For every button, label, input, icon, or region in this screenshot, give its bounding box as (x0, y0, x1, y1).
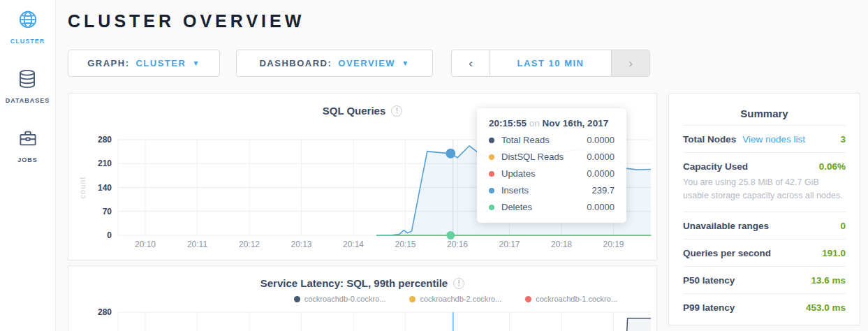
info-icon[interactable]: ! (391, 105, 402, 117)
capacity-subtext: You are using 25.8 MiB of 42.7 GiB usabl… (683, 176, 846, 212)
main-content: CLUSTER OVERVIEW GRAPH: CLUSTER ▼ DASHBO… (56, 0, 868, 331)
summary-row-p99: P99 latency 453.0 ms (683, 294, 846, 321)
summary-panel: Summary Total Nodes View nodes list 3 Ca… (668, 93, 860, 325)
sidebar: CLUSTER DATABASES (0, 0, 56, 331)
svg-text:0: 0 (107, 230, 112, 240)
svg-text:20:10: 20:10 (135, 240, 156, 249)
content-row: SQL Queries ! 07014021028020:1020:1120:1… (68, 93, 868, 331)
series-dot-icon (489, 188, 494, 193)
database-icon (17, 68, 38, 92)
dashboard-dropdown-value: OVERVIEW (338, 58, 395, 68)
tooltip-row: Total Reads 0.0000 (489, 135, 615, 145)
tooltip-timestamp: 20:15:55 on Nov 16th, 2017 (489, 118, 615, 128)
svg-text:210: 210 (98, 159, 112, 168)
controls-bar: GRAPH: CLUSTER ▼ DASHBOARD: OVERVIEW ▼ ‹… (68, 50, 868, 77)
summary-row-unavailable-ranges: Unavailable ranges 0 (683, 212, 846, 239)
briefcase-icon (17, 128, 38, 152)
sidebar-item-label: JOBS (17, 156, 38, 163)
capacity-used-value: 0.06% (819, 161, 846, 172)
time-window-prev-button[interactable]: ‹ (452, 50, 490, 76)
chevron-left-icon: ‹ (469, 57, 473, 71)
dashboard-dropdown[interactable]: DASHBOARD: OVERVIEW ▼ (236, 50, 433, 77)
total-nodes-value: 3 (840, 134, 846, 145)
svg-text:count: count (78, 177, 87, 199)
svg-text:20:12: 20:12 (239, 240, 260, 249)
service-latency-chart[interactable]: 280 (68, 308, 656, 331)
dashboard-dropdown-label: DASHBOARD: (259, 58, 332, 68)
svg-text:280: 280 (98, 308, 112, 317)
summary-row-p50: P50 latency 13.6 ms (683, 267, 846, 293)
graph-dropdown[interactable]: GRAPH: CLUSTER ▼ (68, 50, 220, 77)
summary-row-total-nodes: Total Nodes View nodes list 3 (683, 126, 846, 152)
sidebar-item-cluster[interactable]: CLUSTER (10, 9, 45, 45)
tooltip-row: Updates 0.0000 (489, 168, 615, 179)
unavailable-ranges-value: 0 (840, 221, 846, 231)
info-icon[interactable]: ! (453, 278, 464, 289)
svg-text:20:14: 20:14 (343, 240, 364, 249)
series-dot-icon (489, 205, 494, 210)
legend-dot-icon (409, 296, 415, 302)
svg-text:20:18: 20:18 (551, 240, 572, 249)
chevron-down-icon: ▼ (192, 59, 200, 67)
chart-title: SQL Queries (323, 105, 386, 117)
legend-item-node1[interactable]: cockroachdb-1.cockro... (525, 295, 617, 303)
legend-dot-icon (294, 296, 300, 302)
series-dot-icon (489, 154, 494, 160)
summary-row-qps: Queries per second 191.0 (683, 240, 846, 266)
service-latency-panel: Service Latency: SQL, 99th percentile ! … (68, 265, 657, 331)
series-dot-icon (489, 138, 494, 143)
sidebar-item-databases[interactable]: DATABASES (6, 68, 50, 104)
time-window-next-button[interactable]: › (611, 50, 649, 76)
chevron-down-icon: ▼ (402, 59, 409, 67)
sidebar-item-label: DATABASES (6, 97, 50, 104)
tooltip-row: Inserts 239.7 (489, 185, 615, 196)
globe-icon (17, 9, 38, 33)
series-dot-icon (489, 171, 494, 177)
sidebar-item-label: CLUSTER (10, 38, 45, 45)
chevron-right-icon: › (628, 57, 633, 71)
legend-dot-icon (525, 296, 531, 302)
svg-text:20:16: 20:16 (447, 240, 468, 249)
tooltip-row: DistSQL Reads 0.0000 (489, 152, 615, 162)
svg-text:20:17: 20:17 (499, 240, 520, 249)
p99-latency-value: 453.0 ms (806, 302, 846, 313)
chart-hover-tooltip: 20:15:55 on Nov 16th, 2017 Total Reads 0… (477, 108, 626, 223)
svg-text:20:19: 20:19 (603, 240, 624, 249)
time-window-label[interactable]: LAST 10 MIN (490, 50, 611, 76)
page-title: CLUSTER OVERVIEW (68, 10, 868, 31)
graph-dropdown-value: CLUSTER (135, 58, 186, 68)
app-root: CLUSTER DATABASES (0, 0, 868, 331)
graph-dropdown-label: GRAPH: (87, 58, 129, 68)
p50-latency-value: 13.6 ms (811, 275, 846, 286)
summary-title: Summary (683, 108, 846, 119)
tooltip-row: Deletes 0.0000 (489, 202, 615, 212)
chart-title: Service Latency: SQL, 99th percentile (260, 277, 448, 289)
svg-text:20:11: 20:11 (187, 240, 207, 249)
qps-value: 191.0 (822, 248, 846, 258)
svg-text:70: 70 (103, 207, 112, 216)
sidebar-item-jobs[interactable]: JOBS (17, 128, 38, 163)
svg-text:20:13: 20:13 (290, 240, 311, 249)
legend-item-node2[interactable]: cockroachdb-2.cockro... (409, 295, 501, 303)
chart-legend: cockroachdb-0.cockro... cockroachdb-2.co… (68, 295, 656, 303)
svg-text:280: 280 (98, 135, 112, 145)
svg-text:20:15: 20:15 (395, 240, 415, 249)
time-window-selector: ‹ LAST 10 MIN › (451, 50, 650, 77)
svg-text:140: 140 (98, 183, 112, 193)
view-nodes-list-link[interactable]: View nodes list (742, 134, 805, 145)
legend-item-node0[interactable]: cockroachdb-0.cockro... (294, 295, 386, 303)
